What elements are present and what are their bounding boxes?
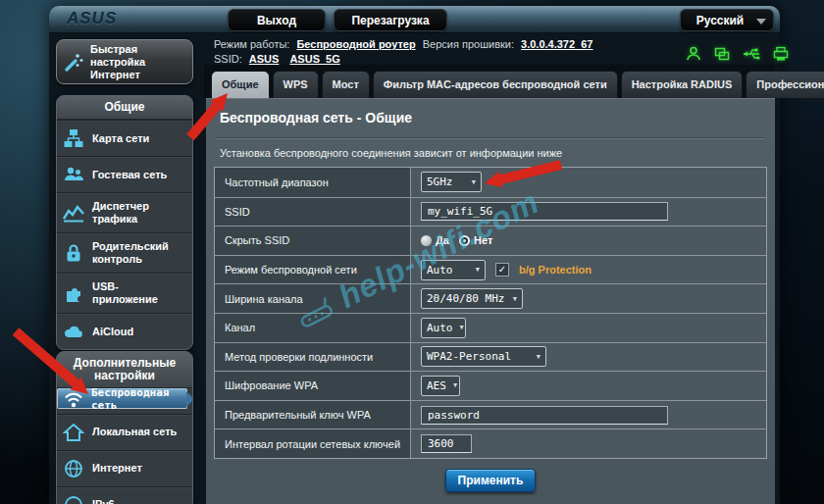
selected-item-notch	[186, 391, 193, 407]
apply-button[interactable]: Применить	[445, 469, 536, 492]
field-label: Ширина канала	[215, 284, 411, 313]
field-label: Канал	[215, 314, 411, 342]
firmware-link[interactable]: 3.0.0.4.372_67	[521, 38, 592, 50]
asus-logo: ASUS	[67, 9, 117, 28]
quick-setup-label: Быстрая настройка Интернет	[90, 43, 186, 81]
sidebar-item-label: IPv6	[92, 498, 182, 504]
wpa-key-input[interactable]	[421, 406, 668, 425]
tab-general[interactable]: Общие	[211, 71, 270, 98]
lan-icon	[63, 422, 84, 443]
band-select[interactable]: 5GHz ▼	[421, 172, 482, 192]
guest-network-icon	[63, 164, 84, 185]
band-select-value: 5GHz	[427, 176, 453, 188]
table-row-wireless-mode: Режим беспроводной сети Auto ▼ ✓ b/g Pro…	[215, 255, 766, 284]
sidebar-item-wireless[interactable]: Беспроводная сеть	[57, 388, 187, 409]
table-row-channel-width: Ширина канала 20/40/80 MHz ▼	[215, 283, 766, 313]
sidebar-item-ipv6[interactable]: IPv6	[57, 486, 192, 504]
field-label: Шифрование WPA	[215, 372, 411, 400]
page-title: Беспроводная сеть - Общие	[220, 110, 412, 126]
status-icons	[685, 45, 790, 63]
table-row-ssid: SSID	[215, 197, 766, 227]
logout-button[interactable]: Выход	[228, 9, 326, 31]
sidebar-item-label: Гостевая сеть	[92, 169, 182, 181]
aicloud-icon	[63, 321, 84, 342]
tab-mac-filter[interactable]: Фильтр MAC-адресов беспроводной сети	[373, 71, 618, 98]
radio-label: Да	[436, 234, 449, 246]
tab-bridge[interactable]: Мост	[322, 71, 370, 98]
traffic-manager-icon	[63, 202, 84, 224]
ipv6-icon	[63, 494, 84, 504]
ssid-label: SSID:	[214, 53, 242, 65]
usb-app-icon	[63, 282, 84, 304]
ssid-line: SSID: ASUS ASUS_5G	[214, 53, 344, 65]
auth-method-value: WPA2-Personal	[427, 350, 511, 363]
mode-label: Режим работы:	[214, 38, 289, 50]
chevron-down-icon: ▼	[513, 295, 517, 303]
client-icon[interactable]	[685, 45, 702, 63]
reboot-button[interactable]: Перезагрузка	[334, 9, 447, 31]
sidebar-item-usb-application[interactable]: USB-приложение	[57, 273, 192, 313]
channel-width-select[interactable]: 20/40/80 MHz ▼	[421, 288, 523, 309]
sidebar-item-label: Локальная сеть	[92, 426, 182, 438]
channel-select[interactable]: Auto ▼	[421, 318, 466, 338]
usb-icon[interactable]	[742, 45, 761, 63]
chevron-down-icon: ▼	[453, 381, 457, 389]
firmware-label: Версия прошивки:	[423, 38, 514, 50]
hide-ssid-no-radio[interactable]: Нет	[459, 234, 492, 246]
sidebar-group-advanced: Дополнительные настройки Беспроводная се…	[56, 351, 193, 504]
quick-internet-setup-button[interactable]: Быстрая настройка Интернет	[56, 39, 193, 84]
language-select[interactable]: Русский	[680, 9, 774, 31]
ssid-input[interactable]	[421, 202, 668, 221]
field-label: Интервал ротации сетевых ключей	[215, 429, 411, 458]
page-subtitle: Установка беспроводного соединения завис…	[220, 147, 562, 159]
sidebar-item-internet[interactable]: Интернет	[57, 450, 192, 486]
sidebar-item-label: Родительский контроль	[92, 240, 182, 266]
sidebar-item-label: AiCloud	[92, 326, 182, 338]
magic-wand-icon	[63, 51, 84, 73]
mode-link[interactable]: Беспроводной роутер	[296, 38, 415, 50]
sidebar-item-label: Интернет	[92, 462, 182, 475]
radio-icon	[421, 235, 432, 246]
title-divider	[216, 137, 765, 139]
sidebar-item-parental-control[interactable]: Родительский контроль	[57, 232, 192, 273]
wireless-icon	[63, 388, 84, 410]
table-row-wpa-key: Предварительный ключ WPA	[215, 400, 766, 429]
sidebar-group-general: Общие Карта сети Гостевая сеть	[56, 95, 193, 350]
wireless-mode-select[interactable]: Auto ▼	[421, 260, 486, 280]
field-label: Режим беспроводной сети	[215, 256, 411, 284]
auth-method-select[interactable]: WPA2-Personal ▼	[421, 346, 546, 367]
table-row-auth-method: Метод проверки подлинности WPA2-Personal…	[215, 342, 766, 372]
key-rotation-input[interactable]	[421, 434, 472, 453]
tab-wps[interactable]: WPS	[273, 71, 319, 98]
sidebar-group2-header: Дополнительные настройки	[57, 352, 192, 388]
wpa-encryption-select[interactable]: AES ▼	[421, 376, 460, 396]
table-row-key-rotation: Интервал ротации сетевых ключей	[215, 428, 766, 458]
wpa-encryption-value: AES	[427, 379, 446, 392]
chevron-down-icon: ▼	[460, 324, 464, 331]
sidebar-item-aicloud[interactable]: AiCloud	[57, 313, 192, 349]
settings-table: Частотный диапазон 5GHz ▼ SSID Скрыть SS…	[214, 167, 767, 459]
table-row-band: Частотный диапазон 5GHz ▼	[215, 168, 766, 197]
sidebar-item-lan[interactable]: Локальная сеть	[57, 414, 192, 450]
router-admin-page: ASUS Выход Перезагрузка Русский Режим ра…	[49, 6, 780, 504]
bg-protection-checkbox[interactable]: ✓	[495, 263, 509, 277]
tab-radius[interactable]: Настройка RADIUS	[621, 71, 744, 98]
parental-control-icon	[63, 242, 84, 264]
ssid-link-5g[interactable]: ASUS_5G	[289, 53, 339, 65]
hide-ssid-yes-radio[interactable]: Да	[421, 234, 449, 246]
field-label: Предварительный ключ WPA	[215, 401, 411, 429]
table-row-channel: Канал Auto ▼	[215, 313, 766, 342]
sidebar-item-traffic-manager[interactable]: Диспетчер трафика	[57, 192, 192, 232]
printer-icon[interactable]	[772, 45, 790, 63]
sidebar-item-label: Диспетчер трафика	[92, 200, 182, 226]
sidebar-item-guest-network[interactable]: Гостевая сеть	[57, 156, 192, 192]
network-devices-icon[interactable]	[713, 45, 731, 63]
wireless-mode-value: Auto	[427, 264, 453, 277]
tab-professional[interactable]: Профессионально	[746, 71, 824, 98]
channel-value: Auto	[427, 322, 453, 334]
sidebar-item-network-map[interactable]: Карта сети	[57, 120, 192, 156]
field-label: SSID	[215, 198, 411, 227]
ssid-link-24g[interactable]: ASUS	[249, 53, 280, 65]
radio-label: Нет	[474, 234, 492, 246]
language-label: Русский	[696, 14, 745, 27]
